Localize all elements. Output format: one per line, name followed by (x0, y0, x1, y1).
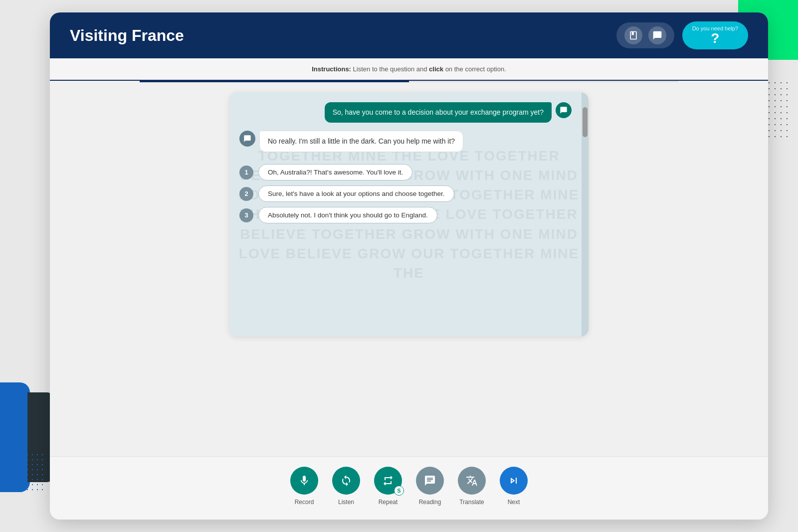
translate-label: Translate (459, 499, 484, 506)
page-title: Visiting France (70, 26, 184, 45)
bg-decoration-dots-left (15, 452, 45, 492)
next-button[interactable] (500, 467, 528, 495)
instructions-text2: on the correct option. (445, 65, 506, 73)
avatar-2 (239, 131, 255, 147)
toolbar-item-listen[interactable]: Listen (332, 467, 360, 506)
toolbar-item-repeat[interactable]: S Repeat (374, 467, 402, 506)
next-label: Next (508, 499, 520, 506)
progress-bar (140, 81, 678, 82)
answer-option-1[interactable]: 1 Oh, Australia?! That's awesome. You'll… (239, 164, 572, 180)
answer-number-1: 1 (239, 166, 253, 179)
instructions-text1: Listen to the question and (353, 65, 429, 73)
listen-label: Listen (338, 499, 354, 506)
answer-options: 1 Oh, Australia?! That's awesome. You'll… (239, 164, 572, 223)
chat-box: TOGETHER MINE THE LOVE TOGETHER BELIEVE … (229, 92, 589, 337)
listen-button[interactable] (332, 467, 360, 495)
record-button[interactable] (290, 467, 318, 495)
repeat-button[interactable]: S (374, 467, 402, 495)
book-icon-btn[interactable] (624, 26, 642, 44)
content-area: Instructions: Listen to the question and… (50, 58, 768, 520)
help-question-mark: ? (692, 31, 738, 45)
chat-wrapper: TOGETHER MINE THE LOVE TOGETHER BELIEVE … (50, 82, 768, 456)
record-label: Record (295, 499, 314, 506)
instructions-label: Instructions: (312, 65, 351, 73)
help-button[interactable]: Do you need help? ? (682, 21, 748, 49)
toolbar-item-record[interactable]: Record (290, 467, 318, 506)
avatar-1 (556, 102, 572, 118)
reading-label: Reading (419, 499, 441, 506)
answer-bubble-1[interactable]: Oh, Australia?! That's awesome. You'll l… (258, 164, 412, 180)
answer-bubble-3[interactable]: Absolutely not. I don't think you should… (258, 207, 437, 223)
header: Visiting France Do you need help? ? (50, 12, 768, 58)
toolbar-item-reading[interactable]: Reading (416, 467, 444, 506)
app-container: Visiting France Do you need help? ? (50, 12, 768, 520)
message-row-1: So, have you come to a decision about yo… (239, 102, 572, 123)
progress-fill (140, 81, 409, 82)
translate-button[interactable] (458, 467, 486, 495)
answer-number-2: 2 (239, 187, 253, 201)
answer-option-2[interactable]: 2 Sure, let's have a look at your option… (239, 185, 572, 202)
answer-option-3[interactable]: 3 Absolutely not. I don't think you shou… (239, 207, 572, 223)
header-icon-group (616, 22, 674, 48)
bottom-toolbar: Record Listen S Repeat (50, 456, 768, 520)
help-text: Do you need help? (692, 25, 738, 31)
instructions-highlight: click (429, 65, 443, 73)
chat-messages: So, have you come to a decision about yo… (229, 92, 582, 337)
repeat-label: Repeat (379, 499, 398, 506)
answer-number-3: 3 (239, 208, 253, 222)
message-bubble-1: So, have you come to a decision about yo… (325, 102, 552, 123)
repeat-badge: S (394, 486, 404, 496)
message-bubble-2: No really. I'm still a little in the dar… (259, 131, 463, 152)
chat-scrollbar[interactable] (582, 92, 589, 337)
instructions-bar: Instructions: Listen to the question and… (50, 58, 768, 81)
reading-button[interactable] (416, 467, 444, 495)
toolbar-item-next[interactable]: Next (500, 467, 528, 506)
scrollbar-thumb[interactable] (583, 107, 588, 137)
header-right: Do you need help? ? (616, 21, 748, 49)
toolbar-item-translate[interactable]: Translate (458, 467, 486, 506)
message-row-2: No really. I'm still a little in the dar… (239, 131, 572, 152)
answer-bubble-2[interactable]: Sure, let's have a look at your options … (258, 185, 454, 202)
chat-icon-btn[interactable] (648, 26, 666, 44)
